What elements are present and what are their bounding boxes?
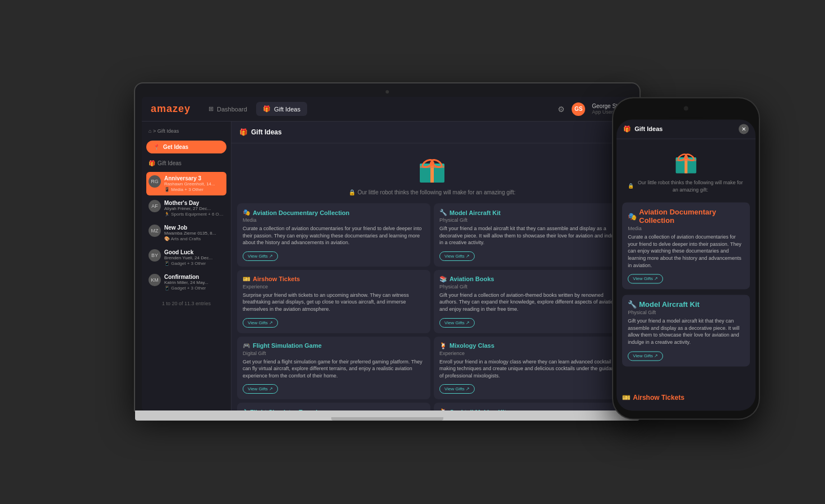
robot-icon: 🔒	[349, 189, 355, 195]
breadcrumb: ⌂ > Gift Ideas	[146, 128, 226, 136]
gift-name-4: Confirmation	[164, 274, 224, 280]
gift-card-type-2: Experience	[243, 284, 425, 290]
modal-header: 🎁 Gift Ideas ✕	[231, 122, 633, 143]
laptop-bezel: amazey ⊞ Dashboard 🎁 Gift Ideas ⚙	[135, 83, 639, 410]
gift-ideas-section-label: 🎁 Gift Ideas	[146, 158, 226, 167]
get-ideas-label: Get Ideas	[163, 144, 188, 150]
gift-card-title-4: 🎮 Flight Simulation Game	[243, 342, 425, 349]
gift-tags-0: 📱 Media + 3 Other	[164, 187, 224, 192]
laptop-camera	[386, 90, 389, 94]
gift-card-desc-1: Gift your friend a model aircraft kit th…	[439, 225, 622, 246]
nav-tab-giftideas[interactable]: 🎁 Gift Ideas	[256, 102, 307, 116]
phone-bezel: 🎁 Gift Ideas ✕ 🔒 Our litt	[613, 98, 759, 418]
phone-gift-card-title-0: 🎭 Aviation Documentary Collection	[628, 208, 744, 225]
nav-tab-dashboard[interactable]: ⊞ Dashboard	[202, 102, 254, 116]
phone-partial-card: 🎫 Airshow Tickets	[617, 394, 756, 410]
gift-date-0: Rashawn Greenholt, 14...	[164, 181, 224, 186]
phone-robot-text-content: Our little robot thinks the following wi…	[636, 179, 744, 193]
tag-icon-2: 🎨	[164, 236, 170, 241]
svg-point-6	[430, 161, 434, 166]
gift-card-7: 🍹 Cocktail Making Kit Physical Gift Gift…	[434, 403, 627, 410]
phone-gift-icon-1: 🔧	[628, 301, 637, 309]
phone-gift-card-desc-0: Curate a collection of aviation document…	[628, 234, 744, 269]
view-gifts-btn-4[interactable]: View Gifts ↗	[243, 384, 278, 394]
gift-ideas-modal: 🎁 Gift Ideas ✕	[231, 122, 633, 410]
get-ideas-icon: 📍	[153, 144, 160, 150]
section-text: Gift Ideas	[157, 160, 182, 166]
user-initials: GS	[574, 106, 582, 112]
phone-gift-card-1: 🔧 Model Aircraft Kit Physical Gift Gift …	[622, 295, 750, 366]
gift-info-4: Confirmation Katrin Miller, 24 May... 📱 …	[164, 274, 224, 291]
get-ideas-button[interactable]: 📍 Get Ideas	[146, 141, 226, 153]
gift-card-type-1: Physical Gift	[439, 217, 622, 223]
phone-partial-title: 🎫 Airshow Tickets	[622, 394, 750, 402]
gift-card-3: 📚 Aviation Books Physical Gift Gift your…	[434, 270, 627, 333]
phone-modal-header: 🎁 Gift Ideas ✕	[617, 119, 756, 139]
sidebar: ⌂ > Gift Ideas 📍 Get Ideas 🎁 Gift Ideas …	[142, 122, 231, 410]
phone-notch	[664, 106, 708, 117]
gift-avatar-4: KM	[149, 274, 161, 286]
gift-date-4: Katrin Miller, 24 May...	[164, 280, 224, 285]
gift-avatar-0: RG	[149, 175, 161, 188]
gift-card-type-0: Media	[243, 217, 425, 223]
gift-card-desc-5: Enroll your friend in a mixology class w…	[439, 358, 622, 380]
gift-card-icon-1: 🔧	[439, 209, 447, 216]
gift-info-0: Anniversary 3 Rashawn Greenholt, 14... 📱…	[164, 175, 224, 192]
modal-hero: 🔒 Our little robot thinks the following …	[231, 143, 633, 200]
gift-list-item-2[interactable]: MZ New Job Mwamba Zieme 0135, 8... 🎨 Art…	[146, 221, 226, 245]
gift-card-1: 🔧 Model Aircraft Kit Physical Gift Gift …	[434, 203, 627, 267]
gift-card-desc-2: Surprise your friend with tickets to an …	[243, 292, 425, 313]
phone-view-gifts-btn-1[interactable]: View Gifts ↗	[628, 351, 663, 361]
main-inner: 🎁 Gift Ideas ✕	[231, 122, 633, 410]
gift-avatar-1: AF	[149, 200, 161, 212]
phone-gift-list: 🎭 Aviation Documentary Collection Media …	[617, 198, 756, 394]
phone-robot-text: 🔒 Our little robot thinks the following …	[617, 179, 756, 193]
gift-card-icon-4: 🎮	[243, 342, 251, 349]
modal-title-text: Gift Ideas	[251, 128, 282, 136]
gift-avatar-2: MZ	[149, 225, 161, 237]
gift-list-item-1[interactable]: AF Mother's Day Aliyah Frimer, 27 Dec...…	[146, 197, 226, 220]
view-gifts-btn-1[interactable]: View Gifts ↗	[439, 251, 475, 261]
phone-gift-card-type-1: Physical Gift	[628, 310, 744, 316]
breadcrumb-text: ⌂ > Gift Ideas	[149, 128, 179, 134]
giftideas-icon: 🎁	[263, 105, 271, 113]
gift-name-3: Good Luck	[164, 249, 224, 255]
gift-list-item-0[interactable]: RG Anniversary 3 Rashawn Greenholt, 14..…	[146, 172, 226, 195]
tag-icon-1: 🏃	[164, 212, 170, 217]
gift-card-0: 🎭 Aviation Documentary Collection Media …	[237, 203, 430, 267]
gift-card-title-3: 📚 Aviation Books	[439, 276, 622, 283]
phone-modal-close-button[interactable]: ✕	[739, 124, 749, 134]
phone-view-gifts-btn-0[interactable]: View Gifts ↗	[628, 274, 663, 284]
view-gifts-btn-3[interactable]: View Gifts ↗	[439, 318, 475, 328]
gift-card-4: 🎮 Flight Simulation Game Digital Gift Ge…	[237, 337, 430, 400]
gift-card-6: ✈ Flight Simulator Experience Experience…	[237, 403, 430, 410]
laptop-base	[135, 410, 639, 421]
gift-avatar-3: BY	[149, 249, 161, 262]
gift-card-title-2: 🎫 Airshow Tickets	[243, 276, 425, 283]
top-bar: amazey ⊞ Dashboard 🎁 Gift Ideas ⚙	[142, 97, 633, 122]
view-gifts-btn-5[interactable]: View Gifts ↗	[439, 384, 475, 394]
settings-icon[interactable]: ⚙	[558, 105, 565, 114]
laptop-device: amazey ⊞ Dashboard 🎁 Gift Ideas ⚙	[135, 83, 639, 421]
nav-tabs: ⊞ Dashboard 🎁 Gift Ideas	[202, 102, 307, 116]
gift-list-item-4[interactable]: KM Confirmation Katrin Miller, 24 May...…	[146, 270, 226, 294]
gift-card-type-3: Physical Gift	[439, 284, 622, 290]
phone-hero: 🔒 Our little robot thinks the following …	[617, 139, 756, 198]
phone-partial-icon: 🎫	[622, 394, 631, 402]
gift-tags-4: 📱 Gadget + 3 Other	[164, 286, 224, 291]
robot-text-content: Our little robot thinks the following wi…	[358, 189, 516, 195]
view-gifts-btn-0[interactable]: View Gifts ↗	[243, 251, 278, 261]
phone-modal-title: 🎁 Gift Ideas	[623, 125, 662, 133]
gift-card-title-1: 🔧 Model Aircraft Kit	[439, 209, 622, 216]
pagination-text: 1 to 20 of 11.3 entries	[146, 298, 226, 309]
phone-robot-icon: 🔒	[628, 183, 634, 190]
phone-gift-card-title-1: 🔧 Model Aircraft Kit	[628, 301, 744, 309]
gift-name-2: New Job	[164, 225, 224, 231]
tag-icon-3: 📱	[164, 261, 170, 266]
gift-list-item-3[interactable]: BY Good Luck Brenden Yuell, 24 Dec... 📱 …	[146, 246, 226, 269]
gift-grid: 🎭 Aviation Documentary Collection Media …	[231, 200, 633, 410]
modal-title-icon: 🎁	[239, 128, 248, 136]
view-gifts-btn-2[interactable]: View Gifts ↗	[243, 318, 278, 328]
gift-date-2: Mwamba Zieme 0135, 8...	[164, 231, 224, 236]
gift-name-1: Mother's Day	[164, 200, 224, 206]
